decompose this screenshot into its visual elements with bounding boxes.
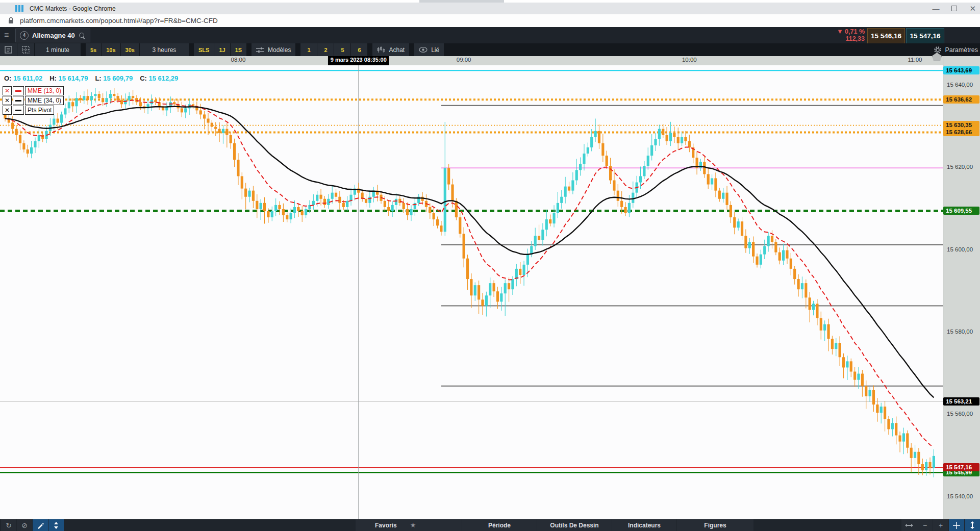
- browser-address-bar[interactable]: platform.cmcmarkets.com/popout.html#/app…: [0, 14, 980, 28]
- crosshair-mode-button[interactable]: [949, 519, 964, 531]
- indicator-label[interactable]: MME (34, 0): [25, 96, 64, 105]
- price-tick-label: 15 580,00: [943, 328, 980, 335]
- price-tick-label: 15 600,00: [943, 246, 980, 252]
- plus-icon: +: [939, 521, 943, 529]
- model-5-button[interactable]: 5: [334, 43, 350, 56]
- price-level-badge: 15 563,21: [943, 397, 979, 406]
- indicator-label[interactable]: Pts Pivot: [25, 106, 54, 115]
- bottom-toolbar: ↻ ⊘ Favoris★ Période Outils De Dessin In…: [0, 519, 980, 531]
- linked-button[interactable]: Lié: [414, 43, 444, 56]
- app-header: ≡ 4 Allemagne 40 ▼ 0,71 % 112,33 15 546,…: [0, 27, 980, 43]
- price-level-badge: 15 643,69: [943, 66, 979, 74]
- sliders-icon: [256, 47, 264, 53]
- horizontal-arrows-icon: [905, 523, 913, 528]
- draw-mode-button[interactable]: [33, 519, 48, 531]
- time-tick-label: 09:00: [451, 57, 476, 63]
- instrument-number-badge: 4: [20, 31, 29, 40]
- crosshair-icon: [953, 522, 960, 529]
- model-1-button[interactable]: 1: [300, 43, 317, 56]
- model-6-button[interactable]: 6: [351, 43, 367, 56]
- candlestick-canvas[interactable]: [0, 65, 943, 519]
- instrument-name: Allemagne 40: [32, 32, 75, 39]
- price-tick-label: 15 540,00: [943, 493, 980, 499]
- pan-horizontal-button[interactable]: [901, 519, 917, 531]
- figures-button[interactable]: Figures: [677, 519, 753, 531]
- lock-icon: [8, 17, 14, 24]
- zoom-out-button[interactable]: −: [917, 519, 933, 531]
- range-1j-button[interactable]: 1J: [214, 43, 230, 56]
- settings-button[interactable]: Paramètres: [934, 43, 978, 56]
- chart-toolbar: 1 minute 5s 10s 30s 3 heures SLS 1J 1S M…: [0, 43, 980, 56]
- cmc-logo-icon: [15, 5, 23, 12]
- buy-price-button[interactable]: 15 547,16: [906, 28, 944, 44]
- url-text: platform.cmcmarkets.com/popout.html#/app…: [20, 17, 218, 24]
- disable-drawing-button[interactable]: ⊘: [17, 519, 32, 531]
- time-tick-label: 08:00: [226, 57, 250, 63]
- price-level-badge: 15 547,16: [943, 463, 979, 471]
- order-ticket-icon[interactable]: [0, 43, 17, 56]
- range-button[interactable]: 3 heures: [140, 43, 189, 56]
- pencil-icon: [37, 522, 44, 529]
- ohlc-readout: O: 15 611,02H: 15 614,79L: 15 609,79C: 1…: [4, 74, 185, 82]
- indicators-button[interactable]: Indicateurs: [612, 519, 676, 531]
- indicator-legend-mme34: ✕ MME (34, 0): [3, 96, 64, 105]
- price-change: ▼ 0,71 % 112,33: [837, 28, 865, 42]
- triangle-down-icon: ▼: [837, 28, 843, 35]
- remove-indicator-button[interactable]: ✕: [3, 96, 12, 105]
- indicator-legend-mme13: ✕ MME (13, 0): [3, 86, 64, 95]
- interval-10s-button[interactable]: 10s: [102, 43, 120, 56]
- interval-30s-button[interactable]: 30s: [121, 43, 139, 56]
- favorites-button[interactable]: Favoris★: [356, 519, 462, 531]
- indicator-label[interactable]: MME (13, 0): [25, 86, 64, 95]
- indicator-line-sample: [13, 106, 24, 115]
- fit-vertical-button[interactable]: [965, 519, 980, 531]
- buy-mode-button[interactable]: Achat: [372, 43, 409, 56]
- refresh-icon: ↻: [6, 521, 12, 529]
- indicator-legend-pivot: ✕ Pts Pivot: [3, 106, 54, 115]
- price-level-badge: 15 636,62: [943, 95, 979, 104]
- indicator-line-sample: [13, 86, 24, 95]
- reset-chart-button[interactable]: ↻: [1, 519, 16, 531]
- price-level-badge: 15 628,66: [943, 128, 979, 136]
- interval-button[interactable]: 1 minute: [35, 43, 81, 56]
- sell-price-button[interactable]: 15 546,16: [867, 28, 905, 44]
- model-2-button[interactable]: 2: [317, 43, 334, 56]
- price-chart[interactable]: O: 15 611,02H: 15 614,79L: 15 609,79C: 1…: [0, 65, 943, 519]
- crosshair-time-tooltip: 9 mars 2023 08:35:00: [328, 56, 389, 65]
- indicator-line-sample: [13, 96, 24, 105]
- time-tick-label: 10:00: [677, 57, 701, 63]
- gear-icon: [934, 46, 942, 54]
- drawing-tools-button[interactable]: Outils De Dessin: [537, 519, 612, 531]
- price-tick-label: 15 620,00: [943, 164, 980, 170]
- models-button[interactable]: Modèles: [252, 43, 295, 56]
- app-window: CMC Markets - Google Chrome — ✕ platform…: [0, 0, 980, 531]
- menu-icon[interactable]: ≡: [4, 31, 14, 39]
- interval-5s-button[interactable]: 5s: [86, 43, 101, 56]
- candles-icon: [377, 46, 385, 53]
- vertical-arrows-icon: [970, 521, 975, 529]
- circle-slash-icon: ⊘: [21, 521, 28, 529]
- search-icon[interactable]: [79, 32, 86, 39]
- grid-layout-icon[interactable]: [17, 43, 34, 56]
- minimize-button[interactable]: —: [932, 6, 939, 11]
- zoom-in-button[interactable]: +: [933, 519, 948, 531]
- range-sls-button[interactable]: SLS: [194, 43, 214, 56]
- sort-order-button[interactable]: [48, 519, 64, 531]
- minus-icon: −: [923, 521, 927, 529]
- browser-title-bar: CMC Markets - Google Chrome — ✕: [0, 3, 980, 14]
- close-button[interactable]: ✕: [969, 4, 976, 13]
- window-title: CMC Markets - Google Chrome: [30, 5, 116, 12]
- price-tick-label: 15 560,00: [943, 411, 980, 417]
- price-tick-label: 15 640,00: [943, 82, 980, 88]
- remove-indicator-button[interactable]: ✕: [3, 86, 12, 95]
- period-button[interactable]: Période: [462, 519, 537, 531]
- restore-button[interactable]: [951, 6, 957, 11]
- range-1s-button[interactable]: 1S: [231, 43, 246, 56]
- time-axis[interactable]: 9 mars 2023 08:35:00 08:0009:0010:0011:0…: [0, 56, 943, 66]
- up-down-arrows-icon: [54, 522, 59, 529]
- eye-icon: [419, 47, 428, 53]
- instrument-selector[interactable]: 4 Allemagne 40: [15, 29, 90, 42]
- price-axis[interactable]: 15 640,0015 620,0015 600,0015 580,0015 5…: [943, 56, 980, 519]
- remove-indicator-button[interactable]: ✕: [3, 106, 12, 115]
- time-tick-label: 11:00: [903, 57, 927, 63]
